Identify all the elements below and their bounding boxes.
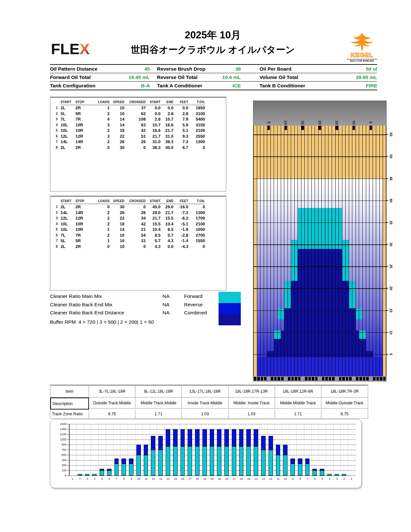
- track-header-cell: 18L-18R:17R-13R: [229, 386, 275, 398]
- load-header-cell: SPEED: [110, 100, 124, 105]
- bar-reverse: [290, 458, 295, 464]
- board-separator-line: [335, 126, 336, 376]
- kegel-phoenix-icon: [348, 32, 376, 52]
- chart-xtick-label: 6: [312, 477, 318, 480]
- load-cell: 21.7: [146, 215, 161, 221]
- strip-mark: [278, 377, 280, 380]
- track-cell: Inside Track:Middle: [182, 398, 228, 409]
- distance-tick-label: 50: [388, 154, 394, 159]
- load-cell: 22: [110, 133, 124, 139]
- load-cell: -2.8: [173, 232, 188, 238]
- info-value: ICE: [218, 82, 241, 90]
- load-cell: 4: [94, 116, 110, 122]
- bar-reverse: [188, 429, 192, 446]
- load-cell: 0: [124, 145, 146, 151]
- cleaner-value: NA: [156, 309, 176, 317]
- strip-mark: [264, 377, 267, 380]
- load-cell: -1.9: [173, 227, 188, 232]
- distance-grid-line: [253, 179, 386, 179]
- load-header-cell: START: [61, 100, 75, 105]
- chart-ytick-label: 150: [54, 469, 66, 472]
- distance-tick-label: 25: [388, 264, 394, 269]
- distance-tick: [386, 200, 388, 201]
- chart-xtick-label: 8: [122, 477, 127, 480]
- bar-forward: [166, 446, 170, 476]
- load-row-index: 8: [53, 145, 61, 151]
- load-cell: 10.4: [146, 227, 161, 232]
- load-cell: 2L: [61, 145, 75, 151]
- info-value: 29.85 mL: [316, 73, 377, 81]
- title-center-name: 世田谷オークラボウル オイルパターン: [100, 44, 326, 56]
- board-separator-line: [291, 126, 291, 376]
- track-row-label: Track Zone Ratio: [50, 409, 89, 418]
- strip-mark: [295, 377, 297, 380]
- bar-reverse: [261, 436, 266, 450]
- distance-tick: [386, 332, 388, 333]
- chart-y-axis: [69, 424, 70, 476]
- board-marker-square: [301, 126, 304, 130]
- strip-mark: [271, 377, 273, 380]
- chart-ytick-label: 1050: [54, 438, 66, 441]
- board-separator-line: [356, 126, 356, 376]
- chart-vgrid-line: [355, 424, 356, 476]
- load-cell: 14R: [75, 210, 94, 216]
- bar-reverse: [276, 445, 280, 455]
- lane-oil-pattern-graphic: 510152015105555045403530252015105: [253, 101, 386, 381]
- chart-xtick-label: 9: [129, 477, 134, 480]
- load-cell: 26: [124, 210, 146, 216]
- bar-reverse: [122, 458, 126, 464]
- legend-label: Reverse: [176, 300, 224, 309]
- bar-forward: [342, 474, 346, 476]
- board-separator-line: [373, 126, 373, 376]
- chart-xtick-label: 7: [114, 477, 119, 480]
- load-row-index: 3: [53, 116, 61, 122]
- chart-xtick-label: 18: [195, 477, 200, 480]
- load-header-cell: START: [146, 199, 161, 204]
- distance-grid-line: [253, 310, 386, 311]
- chart-xtick-label: 11: [143, 477, 149, 480]
- info-row: Forward Oil Total19.45 mLReverse Oil Tot…: [50, 73, 377, 81]
- bar-forward: [232, 446, 236, 476]
- load-cell: 0.0: [146, 105, 161, 111]
- strip-mark: [342, 377, 345, 380]
- load-cell: 38.3: [161, 139, 173, 145]
- strip-mark: [312, 377, 314, 380]
- load-cell: 29.0: [146, 210, 161, 216]
- strip-mark: [349, 377, 352, 380]
- distance-tick: [386, 288, 388, 289]
- approach-strip: [253, 376, 386, 381]
- strip-mark: [254, 377, 257, 380]
- load-cell: 12R: [75, 133, 94, 139]
- distance-grid-line: [253, 354, 386, 355]
- load-cell: 2550: [188, 133, 205, 139]
- load-cell: 2R: [75, 105, 94, 111]
- bar-forward: [261, 450, 266, 476]
- distance-grid-line: [253, 332, 386, 333]
- track-header-cell: 8L-12L:18L-18R: [135, 386, 182, 398]
- cleaner-row: Cleaner Ratio Back End MixNAReverse: [50, 300, 224, 309]
- bar-reverse: [181, 429, 185, 446]
- board-marker-square: [353, 126, 355, 130]
- info-spacer: [241, 65, 259, 73]
- load-header-cell: STOP: [75, 199, 94, 204]
- cleaner-label: Cleaner Ratio Back End Distance: [50, 309, 156, 317]
- load-cell: -4.3: [173, 244, 188, 250]
- load-cell: 2R: [75, 145, 94, 151]
- reverse-loads-grid: STARTSTOPLOADSSPEEDCROSSEDSTARTENDFEETT.…: [53, 199, 226, 249]
- load-header-cell: CROSSED: [124, 199, 146, 204]
- track-cell: Middle Track:Middle: [135, 398, 182, 409]
- load-cell: 1300: [188, 139, 205, 145]
- bar-reverse: [217, 429, 221, 446]
- oil-zone-reverse: [257, 357, 383, 376]
- bar-forward: [269, 450, 273, 476]
- distance-tick-label: 30: [388, 242, 394, 247]
- bar-forward: [136, 455, 141, 476]
- kegel-logo-tagline: BUILT FOR BOWLING: [347, 59, 377, 62]
- chart-xtick-label: 4: [92, 477, 97, 480]
- bar-forward: [290, 464, 295, 476]
- bar-forward: [210, 446, 214, 476]
- bar-forward: [92, 474, 97, 476]
- track-header-cell: Item: [50, 386, 89, 398]
- bar-forward: [298, 464, 302, 476]
- bar-forward: [129, 464, 133, 476]
